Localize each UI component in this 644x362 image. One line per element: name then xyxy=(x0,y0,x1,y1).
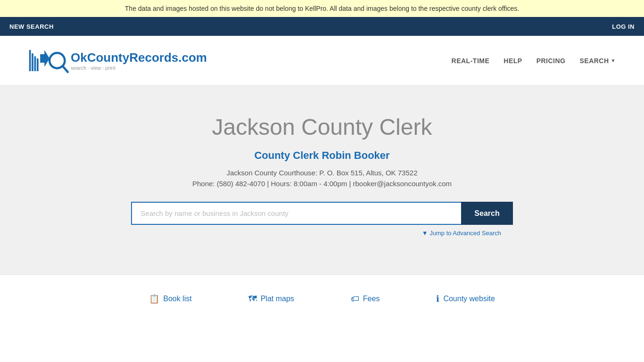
main-navigation: REAL-TIME HELP PRICING SEARCH ▼ xyxy=(452,57,616,65)
county-title: Jackson County Clerk xyxy=(9,114,635,140)
footer-icon-0: 📋 xyxy=(149,294,159,304)
site-logo-icon xyxy=(28,45,71,76)
footer-label-2: Fees xyxy=(363,295,380,303)
footer-link-county-website[interactable]: ℹCounty website xyxy=(436,294,495,304)
search-button[interactable]: Search xyxy=(461,202,512,225)
courthouse-address: Jackson County Courthouse: P. O. Box 515… xyxy=(9,169,635,177)
pricing-nav[interactable]: PRICING xyxy=(537,57,566,65)
footer-label-0: Book list xyxy=(163,295,191,303)
chevron-down-icon: ▼ xyxy=(611,58,616,63)
logo-brand: OkCountyRecords.com xyxy=(71,50,207,65)
logo-tagline: search · view · print xyxy=(71,65,207,71)
footer-link-book-list[interactable]: 📋Book list xyxy=(149,294,191,304)
svg-marker-4 xyxy=(40,50,50,67)
footer-label-1: Plat maps xyxy=(261,295,294,303)
hero-section: Jackson County Clerk County Clerk Robin … xyxy=(0,86,644,274)
logo-area: OkCountyRecords.com search · view · prin… xyxy=(28,45,207,76)
footer-links-area: 📋Book list🗺Plat maps🏷FeesℹCounty website xyxy=(0,274,644,323)
footer-icon-2: 🏷 xyxy=(351,294,359,304)
search-nav-label: SEARCH xyxy=(579,57,609,65)
new-search-link[interactable]: NEW SEARCH xyxy=(9,23,54,30)
svg-line-6 xyxy=(63,66,68,72)
footer-link-fees[interactable]: 🏷Fees xyxy=(351,294,380,304)
search-nav[interactable]: SEARCH ▼ xyxy=(579,57,616,65)
logo-text-area: OkCountyRecords.com search · view · prin… xyxy=(71,50,207,71)
search-area: Search xyxy=(9,202,635,225)
svg-rect-0 xyxy=(29,50,31,71)
svg-rect-3 xyxy=(37,58,39,71)
footer-label-3: County website xyxy=(443,295,495,303)
clerk-name: County Clerk Robin Booker xyxy=(9,149,635,162)
banner-text: The data and images hosted on this websi… xyxy=(125,5,519,12)
footer-icon-3: ℹ xyxy=(436,294,439,304)
footer-icon-1: 🗺 xyxy=(248,294,257,304)
help-nav[interactable]: HELP xyxy=(504,57,522,65)
footer-link-plat-maps[interactable]: 🗺Plat maps xyxy=(248,294,294,304)
contact-info: Phone: (580) 482-4070 | Hours: 8:00am - … xyxy=(9,180,635,188)
top-nav: NEW SEARCH LOG IN xyxy=(0,17,644,36)
advanced-search-link[interactable]: ▼ Jump to Advanced Search xyxy=(143,230,501,237)
real-time-nav[interactable]: REAL-TIME xyxy=(452,57,490,65)
svg-rect-2 xyxy=(34,57,36,72)
log-in-link[interactable]: LOG IN xyxy=(612,23,635,30)
header: OkCountyRecords.com search · view · prin… xyxy=(0,36,644,86)
notice-banner: The data and images hosted on this websi… xyxy=(0,0,644,17)
svg-rect-1 xyxy=(32,53,33,71)
search-input[interactable] xyxy=(131,202,461,225)
